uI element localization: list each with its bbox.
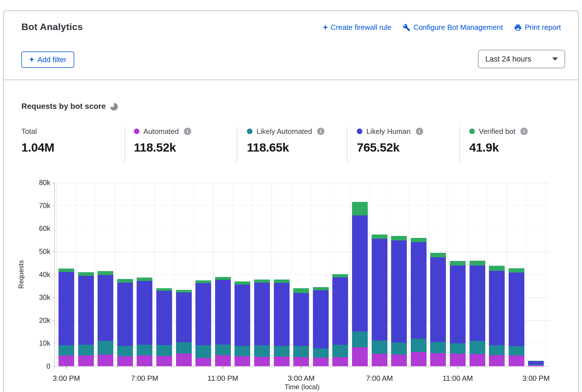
- bar-segment-likely_human[interactable]: [78, 276, 94, 345]
- bar-segment-automated[interactable]: [78, 355, 94, 366]
- bar-segment-automated[interactable]: [215, 355, 231, 366]
- bar-segment-likely_automated[interactable]: [234, 346, 250, 356]
- bar-segment-likely_automated[interactable]: [352, 332, 368, 347]
- bar-segment-verified_bot[interactable]: [372, 235, 387, 239]
- bar-segment-verified_bot[interactable]: [470, 261, 485, 265]
- bar-segment-likely_automated[interactable]: [176, 342, 192, 353]
- bar-segment-likely_human[interactable]: [372, 239, 387, 341]
- bar-segment-likely_automated[interactable]: [117, 346, 133, 357]
- bar-segment-likely_automated[interactable]: [293, 346, 309, 357]
- bar-segment-likely_human[interactable]: [176, 292, 192, 342]
- bar-segment-verified_bot[interactable]: [411, 238, 427, 242]
- bar-segment-likely_human[interactable]: [352, 215, 368, 332]
- bar-segment-automated[interactable]: [195, 358, 211, 366]
- bar-segment-automated[interactable]: [372, 354, 387, 366]
- bar-segment-likely_human[interactable]: [470, 265, 485, 341]
- bar-segment-likely_automated[interactable]: [509, 346, 524, 355]
- bar-segment-verified_bot[interactable]: [215, 277, 231, 280]
- bar-segment-likely_human[interactable]: [450, 265, 466, 343]
- bar-segment-automated[interactable]: [352, 347, 368, 366]
- bar-segment-automated[interactable]: [313, 358, 329, 366]
- bar-segment-verified_bot[interactable]: [98, 271, 113, 275]
- bar-segment-likely_automated[interactable]: [411, 339, 427, 352]
- bar-segment-likely_human[interactable]: [215, 280, 231, 344]
- bar-segment-likely_automated[interactable]: [391, 343, 407, 354]
- bar-segment-likely_human[interactable]: [528, 361, 544, 364]
- bar-segment-verified_bot[interactable]: [274, 280, 290, 283]
- bar-segment-verified_bot[interactable]: [352, 202, 368, 215]
- bar-segment-likely_automated[interactable]: [156, 345, 172, 356]
- bar-segment-automated[interactable]: [254, 357, 270, 366]
- bar-segment-likely_automated[interactable]: [195, 345, 211, 358]
- bar-segment-likely_human[interactable]: [98, 275, 113, 341]
- bar-segment-likely_human[interactable]: [117, 283, 133, 346]
- bar-segment-verified_bot[interactable]: [332, 274, 348, 277]
- bar-segment-verified_bot[interactable]: [156, 288, 172, 291]
- bar-segment-likely_human[interactable]: [489, 271, 505, 345]
- bar-segment-likely_automated[interactable]: [528, 364, 544, 365]
- bar-segment-automated[interactable]: [411, 352, 427, 366]
- bar-segment-likely_human[interactable]: [293, 293, 309, 346]
- bar-segment-likely_automated[interactable]: [372, 341, 387, 354]
- bar-segment-likely_automated[interactable]: [215, 344, 231, 355]
- bar-segment-likely_automated[interactable]: [332, 345, 348, 357]
- bar-segment-verified_bot[interactable]: [509, 268, 524, 273]
- bar-segment-verified_bot[interactable]: [313, 287, 329, 290]
- bar-segment-likely_human[interactable]: [332, 277, 348, 345]
- bar-segment-automated[interactable]: [391, 355, 407, 366]
- x-axis-tick-label: 11:00 AM: [430, 374, 486, 383]
- bar-segment-verified_bot[interactable]: [234, 281, 250, 285]
- bar-segment-likely_human[interactable]: [58, 272, 74, 345]
- bar-segment-likely_human[interactable]: [254, 283, 270, 345]
- bar-segment-automated[interactable]: [489, 355, 505, 366]
- bar-segment-automated[interactable]: [137, 355, 152, 366]
- bar-segment-verified_bot[interactable]: [137, 278, 152, 281]
- bar-segment-automated[interactable]: [509, 355, 524, 366]
- bar-segment-automated[interactable]: [430, 353, 446, 366]
- bar-segment-likely_human[interactable]: [195, 283, 211, 345]
- bar-segment-verified_bot[interactable]: [195, 280, 211, 283]
- bar-segment-likely_automated[interactable]: [254, 345, 270, 357]
- bar-segment-likely_automated[interactable]: [58, 345, 74, 355]
- bar-segment-likely_automated[interactable]: [137, 345, 152, 355]
- bar-segment-automated[interactable]: [470, 354, 485, 366]
- bar-segment-likely_automated[interactable]: [78, 345, 94, 355]
- bar-segment-likely_automated[interactable]: [470, 341, 485, 354]
- bar-segment-likely_human[interactable]: [274, 283, 290, 346]
- bar-segment-automated[interactable]: [176, 353, 192, 366]
- bar-segment-likely_human[interactable]: [156, 291, 172, 345]
- bar-segment-verified_bot[interactable]: [293, 288, 309, 293]
- bar-segment-automated[interactable]: [156, 356, 172, 366]
- bar-segment-likely_human[interactable]: [411, 242, 427, 339]
- bar-segment-verified_bot[interactable]: [176, 290, 192, 292]
- bar-segment-verified_bot[interactable]: [391, 236, 407, 240]
- bar-segment-likely_automated[interactable]: [313, 348, 329, 358]
- bar-segment-verified_bot[interactable]: [254, 280, 270, 283]
- bar-segment-automated[interactable]: [117, 356, 133, 366]
- bar-segment-verified_bot[interactable]: [430, 253, 446, 257]
- bar-segment-verified_bot[interactable]: [117, 279, 133, 283]
- bar-segment-automated[interactable]: [450, 354, 466, 366]
- bar-segment-automated[interactable]: [58, 355, 74, 366]
- bar-segment-verified_bot[interactable]: [58, 269, 74, 272]
- bar-segment-verified_bot[interactable]: [489, 266, 505, 271]
- bar-segment-automated[interactable]: [274, 357, 290, 366]
- bar-segment-verified_bot[interactable]: [450, 261, 466, 265]
- bar-segment-likely_human[interactable]: [430, 257, 446, 342]
- bar-segment-automated[interactable]: [98, 355, 113, 366]
- bar-segment-automated[interactable]: [234, 356, 250, 366]
- bar-segment-verified_bot[interactable]: [78, 272, 94, 276]
- bar-segment-likely_automated[interactable]: [450, 343, 466, 354]
- bar-segment-likely_human[interactable]: [313, 290, 329, 348]
- bar-segment-likely_human[interactable]: [391, 240, 407, 343]
- bar-segment-likely_automated[interactable]: [274, 346, 290, 357]
- bar-segment-automated[interactable]: [332, 357, 348, 366]
- bar-segment-automated[interactable]: [293, 357, 309, 366]
- bar-segment-likely_automated[interactable]: [98, 341, 113, 355]
- bar-segment-likely_human[interactable]: [234, 285, 250, 346]
- bar-segment-likely_human[interactable]: [509, 272, 524, 346]
- bar-segment-likely_human[interactable]: [137, 281, 152, 345]
- bar-segment-verified_bot[interactable]: [528, 361, 544, 361]
- bar-segment-likely_automated[interactable]: [489, 345, 505, 355]
- bar-segment-likely_automated[interactable]: [430, 342, 446, 353]
